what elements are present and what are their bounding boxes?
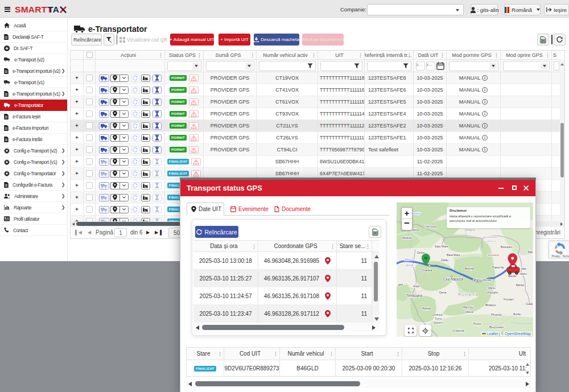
svg-text:Eszak: Eszak <box>406 264 414 267</box>
svg-text:Cluj-Napoca: Cluj-Napoca <box>443 277 464 282</box>
svg-text:Bacău: Bacău <box>508 274 517 278</box>
svg-text:Drobeta-: Drobeta- <box>432 313 443 316</box>
svg-text:Alföld &: Alföld & <box>404 258 414 261</box>
svg-text:Oradea: Oradea <box>422 269 432 272</box>
svg-text:România: România <box>458 292 479 296</box>
svg-text:Bălț: Bălț <box>528 251 533 254</box>
svg-text:Gala: Gala <box>526 302 533 306</box>
svg-text:Iași: Iași <box>521 267 526 270</box>
svg-text:Focșani: Focșani <box>504 298 514 301</box>
svg-text:Zalău: Zalău <box>441 258 448 262</box>
svg-text:Gheorghe: Gheorghe <box>486 291 498 294</box>
svg-text:Deva: Deva <box>439 291 446 294</box>
svg-text:Botoșani: Botoșani <box>501 245 512 249</box>
svg-text:București: București <box>489 325 504 329</box>
svg-text:Baia Mare: Baia Mare <box>447 253 460 257</box>
svg-text:Miskolc: Miskolc <box>402 236 413 240</box>
svg-text:Ploiești: Ploiești <box>491 313 502 316</box>
svg-text:Brașov: Brașov <box>485 303 496 307</box>
svg-text:Vâlcea: Vâlcea <box>465 311 473 313</box>
svg-text:Ужгород: Ужгород <box>425 225 438 228</box>
svg-text:Bistrița: Bistrița <box>465 267 474 270</box>
svg-text:область: область <box>465 229 475 232</box>
svg-text:Severin: Severin <box>434 321 443 324</box>
svg-text:Timișoara: Timișoara <box>406 294 422 298</box>
svg-text:Reșița: Reșița <box>422 307 431 310</box>
svg-text:Turnu: Turnu <box>435 317 442 320</box>
svg-text:Pitești: Pitești <box>473 323 481 325</box>
svg-text:Târgu Mureș: Târgu Mureș <box>475 278 492 282</box>
svg-text:Buzău: Buzău <box>513 313 521 316</box>
svg-text:область: область <box>486 240 496 242</box>
svg-text:Чернівецька: Чернівецька <box>483 236 497 238</box>
svg-text:Bârlad: Bârlad <box>516 284 524 287</box>
svg-text:Arad: Arad <box>413 284 419 288</box>
svg-text:Sfântu: Sfântu <box>488 287 496 290</box>
svg-text:Suceava: Suceava <box>488 253 499 257</box>
svg-text:Satu Mare: Satu Mare <box>435 245 448 248</box>
svg-text:Vaslui: Vaslui <box>519 273 527 275</box>
svg-text:..ged: ..ged <box>397 283 403 286</box>
svg-text:Râmnicu: Râmnicu <box>463 306 474 309</box>
svg-text:Piatra Ne: Piatra Ne <box>492 266 504 269</box>
svg-text:Debre: Debre <box>417 251 425 254</box>
svg-text:Craiova: Craiova <box>452 329 464 332</box>
